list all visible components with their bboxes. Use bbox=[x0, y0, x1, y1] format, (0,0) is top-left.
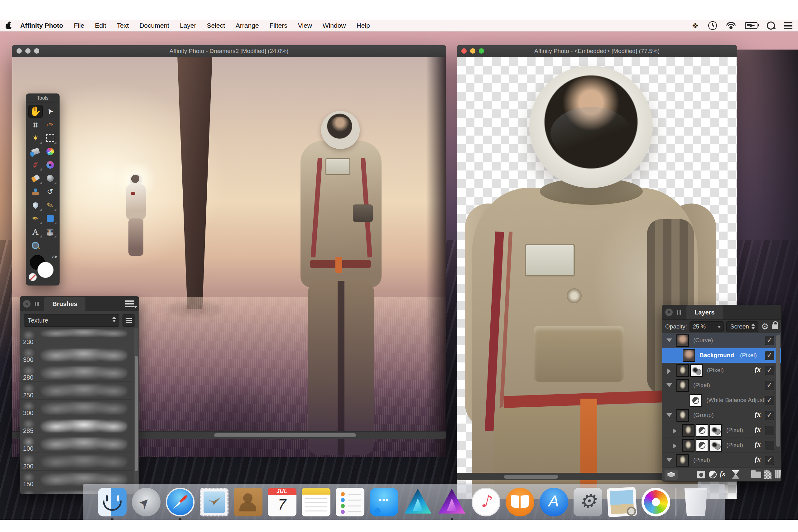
layer-mask-thumbnail[interactable] bbox=[709, 424, 722, 437]
move-tool[interactable]: ➤ bbox=[43, 105, 57, 118]
layer-visibility-checkbox[interactable] bbox=[765, 411, 774, 420]
fx-badge[interactable]: fx bbox=[755, 411, 761, 419]
menu-arrange[interactable]: Arrange bbox=[236, 22, 259, 29]
dock-photos[interactable] bbox=[642, 488, 670, 516]
vertical-scrollbar[interactable] bbox=[134, 328, 138, 492]
dock-app-store[interactable]: A bbox=[539, 488, 568, 516]
fx-badge[interactable]: fx bbox=[755, 455, 761, 463]
opacity-select[interactable]: 25 % bbox=[689, 321, 724, 332]
menu-layer[interactable]: Layer bbox=[180, 22, 196, 29]
menu-help[interactable]: Help bbox=[357, 22, 370, 29]
layer-visibility-checkbox[interactable] bbox=[765, 366, 774, 375]
time-machine-icon[interactable] bbox=[708, 21, 717, 30]
flood-fill-tool[interactable] bbox=[28, 145, 43, 158]
layer-thumbnail[interactable] bbox=[677, 454, 689, 467]
menu-text[interactable]: Text bbox=[117, 22, 129, 29]
colour-brush-tool[interactable] bbox=[43, 158, 57, 171]
gradient-tool[interactable] bbox=[43, 145, 57, 158]
dock-mail[interactable] bbox=[200, 488, 228, 516]
blend-ranges-icon[interactable] bbox=[732, 470, 739, 479]
brush-item[interactable]: 280 bbox=[20, 364, 132, 382]
layer-row-background[interactable]: Background (Pixel) bbox=[662, 348, 781, 363]
layer-thumbnail[interactable] bbox=[682, 439, 695, 452]
scrollbar-thumb[interactable] bbox=[504, 475, 558, 479]
zoom-tool[interactable] bbox=[28, 239, 43, 252]
marquee-tool[interactable] bbox=[43, 132, 57, 145]
layer-row-pixel[interactable]: (Pixel) fx bbox=[662, 423, 781, 438]
tab-brushes[interactable]: Brushes bbox=[44, 297, 86, 311]
brush-item[interactable]: 200 bbox=[20, 453, 132, 471]
dock-calendar[interactable]: JUL 7 bbox=[268, 488, 297, 516]
erase-tool[interactable] bbox=[28, 172, 43, 185]
adjustment-thumbnail[interactable] bbox=[689, 394, 702, 407]
dock-notes[interactable] bbox=[302, 488, 330, 516]
layer-thumbnail[interactable] bbox=[677, 335, 689, 347]
close-panel-icon[interactable]: ✕ bbox=[665, 308, 673, 316]
layer-thumbnail[interactable] bbox=[677, 364, 689, 377]
layers-stack-icon[interactable] bbox=[665, 470, 678, 480]
layer-row-white-balance[interactable]: (White Balance Adjustme bbox=[662, 393, 781, 408]
dock-contacts[interactable] bbox=[234, 488, 263, 516]
close-button[interactable] bbox=[17, 48, 22, 54]
gear-icon[interactable]: ⚙ bbox=[761, 322, 769, 331]
layer-mask-thumbnail[interactable] bbox=[709, 439, 722, 452]
brush-item[interactable]: 250 bbox=[20, 382, 132, 400]
dock-safari[interactable] bbox=[166, 488, 194, 516]
fx-badge[interactable]: fx bbox=[755, 440, 761, 449]
dock-ibooks[interactable] bbox=[506, 488, 534, 516]
undo-brush-tool[interactable]: ↺ bbox=[43, 185, 57, 198]
dock-reminders[interactable] bbox=[336, 488, 364, 516]
scrollbar-thumb[interactable] bbox=[214, 433, 356, 437]
layer-visibility-checkbox[interactable] bbox=[765, 441, 774, 450]
dock-itunes[interactable]: ♪ bbox=[472, 488, 500, 516]
fx-badge[interactable]: fx bbox=[755, 365, 761, 374]
adjustment-thumbnail[interactable] bbox=[696, 439, 708, 452]
brush-item[interactable]: 100 bbox=[20, 435, 132, 453]
notification-center-icon[interactable] bbox=[784, 22, 792, 29]
dock-affinity-photo[interactable] bbox=[438, 488, 466, 516]
paint-brush-tool[interactable]: ✐ bbox=[28, 158, 43, 171]
app-menu[interactable]: Affinity Photo bbox=[20, 22, 63, 29]
pen-tool[interactable]: ✒ bbox=[28, 212, 43, 225]
add-mask-icon[interactable] bbox=[697, 471, 705, 478]
layer-row-pixel[interactable]: (Pixel) fx bbox=[662, 438, 781, 453]
close-panel-icon[interactable]: ✕ bbox=[23, 300, 31, 308]
spotlight-search-icon[interactable] bbox=[767, 21, 775, 30]
fx-badge[interactable]: fx bbox=[755, 425, 761, 434]
layer-visibility-checkbox[interactable] bbox=[765, 396, 774, 405]
menu-filters[interactable]: Filters bbox=[270, 22, 287, 29]
expander-icon[interactable] bbox=[666, 413, 672, 417]
dock-launchpad[interactable] bbox=[132, 488, 160, 516]
dock-system-preferences[interactable]: ⚙ bbox=[573, 488, 602, 516]
brush-item[interactable]: 300 bbox=[20, 346, 132, 364]
expander-icon[interactable] bbox=[666, 383, 672, 387]
view-tool[interactable]: ✋ bbox=[28, 105, 43, 118]
text-tool[interactable]: A bbox=[28, 225, 43, 239]
expander-icon[interactable] bbox=[673, 428, 677, 434]
clone-stamp-tool[interactable] bbox=[28, 185, 43, 198]
menu-document[interactable]: Document bbox=[139, 22, 169, 29]
layer-visibility-checkbox[interactable] bbox=[765, 336, 774, 345]
detach-panel-icon[interactable] bbox=[677, 310, 681, 315]
layer-mask-thumbnail[interactable] bbox=[690, 364, 703, 377]
background-color-swatch[interactable] bbox=[37, 262, 54, 278]
detach-panel-icon[interactable] bbox=[35, 302, 39, 306]
dock-affinity-designer[interactable] bbox=[404, 488, 432, 516]
swap-colors-icon[interactable]: ↷ bbox=[51, 253, 59, 262]
selection-brush-tool[interactable]: ✶ bbox=[28, 132, 43, 145]
layer-thumbnail[interactable] bbox=[677, 409, 689, 422]
scrollbar-thumb[interactable] bbox=[135, 356, 138, 471]
layer-row-group[interactable]: (Group) fx bbox=[662, 408, 781, 423]
dock-finder[interactable] bbox=[98, 488, 127, 516]
new-group-icon[interactable] bbox=[751, 472, 761, 478]
dock-trash[interactable] bbox=[682, 488, 710, 516]
layer-row-curve[interactable]: (Curve) bbox=[662, 333, 781, 348]
zoom-button[interactable] bbox=[34, 48, 39, 54]
crop-tool[interactable]: ⌗ bbox=[28, 118, 43, 131]
layer-visibility-checkbox[interactable] bbox=[765, 381, 774, 390]
brush-item[interactable]: 285 bbox=[20, 417, 132, 435]
layer-visibility-checkbox[interactable] bbox=[765, 426, 774, 435]
delete-layer-icon[interactable] bbox=[774, 470, 781, 478]
stepper-icon[interactable] bbox=[112, 316, 116, 322]
battery-charging-icon[interactable] bbox=[745, 22, 758, 29]
